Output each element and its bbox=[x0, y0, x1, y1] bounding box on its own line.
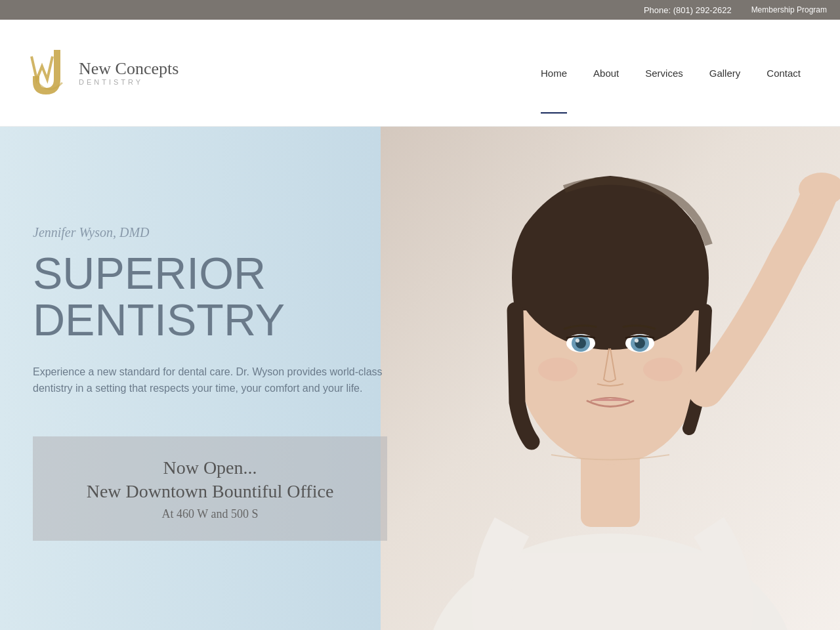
svg-point-16 bbox=[643, 358, 682, 381]
hero-title: SUPERIOR DENTISTRY bbox=[33, 250, 387, 344]
membership-link[interactable]: Membership Program bbox=[751, 5, 827, 14]
logo-main-text: New Concepts bbox=[79, 60, 178, 79]
hero-section: Jennifer Wyson, DMD SUPERIOR DENTISTRY E… bbox=[0, 127, 840, 630]
now-open-address: At 460 W and 500 S bbox=[59, 507, 361, 521]
logo[interactable]: New Concepts DENTISTRY bbox=[26, 43, 178, 102]
hero-person-svg bbox=[381, 127, 840, 630]
svg-point-10 bbox=[576, 339, 579, 343]
phone-number: Phone: (801) 292-2622 bbox=[644, 5, 732, 15]
top-bar: Phone: (801) 292-2622 Membership Program bbox=[0, 0, 840, 20]
hero-content: Jennifer Wyson, DMD SUPERIOR DENTISTRY E… bbox=[33, 225, 387, 541]
nav-item-contact[interactable]: Contact bbox=[753, 20, 814, 127]
svg-point-14 bbox=[635, 339, 639, 343]
logo-text: New Concepts DENTISTRY bbox=[79, 60, 178, 87]
hero-title-line2: DENTISTRY bbox=[33, 295, 285, 345]
svg-rect-3 bbox=[479, 553, 742, 630]
doctor-name: Jennifer Wyson, DMD bbox=[33, 225, 387, 240]
logo-icon bbox=[26, 43, 72, 102]
nav-item-services[interactable]: Services bbox=[632, 20, 696, 127]
now-open-line1: Now Open... bbox=[163, 457, 257, 478]
nav-item-home[interactable]: Home bbox=[528, 20, 580, 127]
now-open-announcement: Now Open... New Downtown Bountiful Offic… bbox=[33, 436, 387, 541]
logo-sub-text: DENTISTRY bbox=[79, 78, 178, 86]
hero-description: Experience a new standard for dental car… bbox=[33, 364, 387, 397]
now-open-line2: New Downtown Bountiful Office bbox=[87, 481, 334, 501]
site-header: New Concepts DENTISTRY Home About Servic… bbox=[0, 20, 840, 127]
hero-person-background bbox=[381, 127, 840, 630]
nav-item-about[interactable]: About bbox=[580, 20, 632, 127]
nav-item-gallery[interactable]: Gallery bbox=[696, 20, 754, 127]
main-nav: Home About Services Gallery Contact bbox=[528, 20, 814, 127]
svg-point-15 bbox=[538, 358, 578, 381]
now-open-title: Now Open... New Downtown Bountiful Offic… bbox=[59, 456, 361, 504]
hero-title-line1: SUPERIOR bbox=[33, 248, 266, 298]
